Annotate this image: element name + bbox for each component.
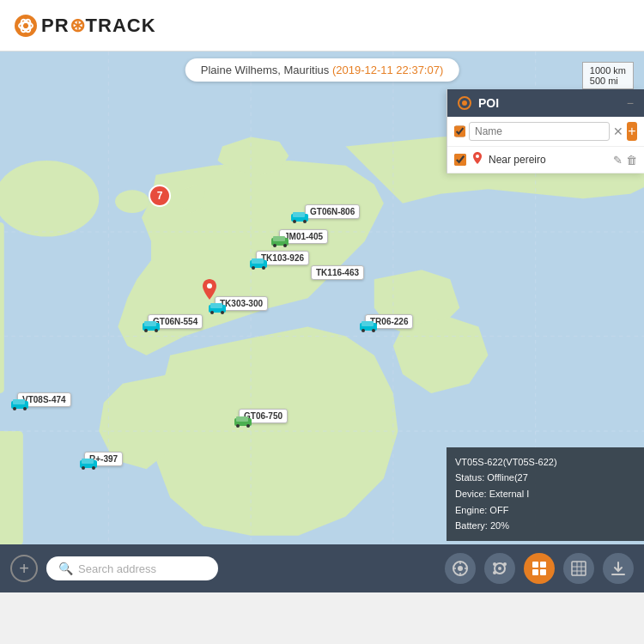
poi-clear-button[interactable]: ✕ xyxy=(613,125,623,138)
svg-point-74 xyxy=(493,571,496,574)
svg-rect-29 xyxy=(273,236,285,241)
info-popup: VT05S-622(VT05S-622) Status: Offline(27 … xyxy=(447,447,644,541)
svg-point-34 xyxy=(252,266,255,270)
svg-point-73 xyxy=(503,562,507,566)
poi-search-checkbox[interactable] xyxy=(454,125,465,137)
logo-icon xyxy=(14,14,38,38)
svg-point-50 xyxy=(13,407,16,410)
info-status: Status: Offline(27 xyxy=(455,470,635,486)
scale-mi: 500 mi xyxy=(590,76,626,86)
svg-rect-25 xyxy=(293,212,305,217)
svg-point-6 xyxy=(115,190,149,213)
svg-point-27 xyxy=(303,220,307,223)
svg-rect-78 xyxy=(540,569,546,575)
svg-rect-16 xyxy=(0,431,23,545)
vehicle-icon xyxy=(142,320,161,336)
table-icon xyxy=(570,560,587,577)
svg-point-62 xyxy=(462,100,467,106)
location-name: Plaine Wilhems, Mauritius xyxy=(201,64,330,76)
grid-icon-button[interactable] xyxy=(524,553,555,584)
vehicle-icon xyxy=(290,211,309,227)
poi-edit-button[interactable]: ✎ xyxy=(613,154,623,167)
svg-point-65 xyxy=(458,566,463,571)
scale-bar: 1000 km 500 mi xyxy=(582,62,634,89)
poi-header-left: POI xyxy=(458,96,499,110)
grid-icon xyxy=(531,560,548,577)
svg-point-51 xyxy=(23,407,27,410)
svg-point-42 xyxy=(144,329,148,332)
poi-panel: POI − ✕ + Near pereiro ✎ 🗑 xyxy=(447,89,644,173)
location-datetime: (2019-12-11 22:37:07) xyxy=(332,64,443,76)
poi-add-button[interactable]: + xyxy=(627,122,637,141)
svg-rect-41 xyxy=(144,321,156,326)
svg-point-55 xyxy=(246,424,250,428)
svg-rect-33 xyxy=(252,258,264,264)
poi-title: POI xyxy=(478,96,499,110)
svg-point-60 xyxy=(207,283,212,289)
svg-point-71 xyxy=(498,567,501,570)
svg-point-30 xyxy=(273,244,276,247)
vehicle-label[interactable]: TK116-463 xyxy=(311,265,364,280)
location-bar: Plaine Wilhems, Mauritius (2019-12-11 22… xyxy=(185,58,459,82)
svg-rect-79 xyxy=(572,562,586,575)
svg-point-31 xyxy=(283,244,287,247)
scale-km: 1000 km xyxy=(590,65,626,76)
toolbar-add-button[interactable]: + xyxy=(10,555,38,582)
poi-icon xyxy=(458,96,471,110)
search-icon: 🔍 xyxy=(58,562,73,575)
svg-point-26 xyxy=(293,220,296,223)
svg-point-72 xyxy=(493,562,496,566)
poi-list-row: Near pereiro ✎ 🗑 xyxy=(447,147,644,173)
info-battery: Battery: 20% xyxy=(455,518,635,534)
info-engine: Engine: OFF xyxy=(455,502,635,519)
vehicle-icon xyxy=(79,458,98,473)
poi-header-right[interactable]: − xyxy=(627,96,634,110)
location-icon-button[interactable] xyxy=(445,553,476,584)
svg-rect-76 xyxy=(540,562,546,568)
map-container[interactable]: Plaine Wilhems, Mauritius (2019-12-11 22… xyxy=(0,52,644,592)
search-placeholder: Search address xyxy=(78,562,156,575)
svg-point-47 xyxy=(372,329,375,332)
svg-rect-57 xyxy=(82,459,94,464)
info-device-id: VT05S-622(VT05S-622) xyxy=(455,454,635,471)
vehicle-icon xyxy=(10,398,29,414)
location-icon xyxy=(452,560,469,577)
poi-minimize-button[interactable]: − xyxy=(627,96,634,110)
svg-point-38 xyxy=(210,311,214,314)
info-device: Device: External I xyxy=(455,486,635,502)
svg-point-63 xyxy=(476,155,479,158)
logo-text: PR⊛TRACK xyxy=(41,15,156,37)
poi-item-pin-icon xyxy=(471,152,483,167)
cluster-icon xyxy=(491,560,508,577)
poi-item-actions: ✎ 🗑 xyxy=(613,154,637,167)
svg-point-58 xyxy=(82,466,85,470)
cluster-icon-button[interactable] xyxy=(484,553,515,584)
map-pin xyxy=(199,279,220,310)
svg-point-0 xyxy=(15,15,37,37)
svg-point-46 xyxy=(361,329,365,332)
poi-search-input[interactable] xyxy=(469,122,610,141)
svg-point-35 xyxy=(262,266,265,270)
poi-header: POI − xyxy=(447,89,644,117)
vehicle-icon xyxy=(359,320,378,336)
table-icon-button[interactable] xyxy=(563,553,594,584)
svg-rect-77 xyxy=(532,569,538,575)
logo: PR⊛TRACK xyxy=(14,14,156,38)
vehicle-label[interactable]: GT06N-806 xyxy=(305,204,360,219)
svg-rect-49 xyxy=(13,399,25,404)
poi-search-row: ✕ + xyxy=(447,117,644,147)
poi-item-checkbox[interactable] xyxy=(454,154,466,166)
poi-item-label: Near pereiro xyxy=(489,154,608,166)
vehicle-icon xyxy=(234,416,252,431)
vehicle-icon xyxy=(270,235,289,251)
bottom-toolbar: + 🔍 Search address xyxy=(0,544,644,592)
svg-point-54 xyxy=(236,424,240,428)
download-icon-button[interactable] xyxy=(603,553,634,584)
header: PR⊛TRACK xyxy=(0,0,644,52)
search-bar[interactable]: 🔍 Search address xyxy=(46,556,218,580)
svg-rect-15 xyxy=(0,222,4,393)
cluster-bubble[interactable]: 7 xyxy=(149,185,171,207)
svg-point-59 xyxy=(92,466,95,470)
poi-delete-button[interactable]: 🗑 xyxy=(626,154,637,167)
svg-rect-75 xyxy=(532,562,538,568)
